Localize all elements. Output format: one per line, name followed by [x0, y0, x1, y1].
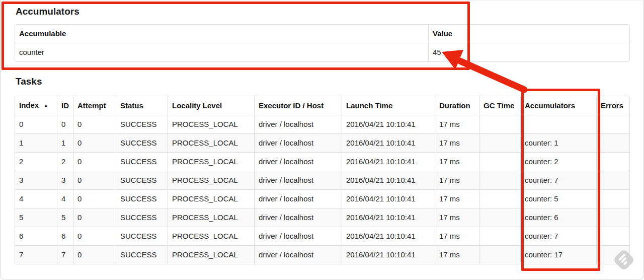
column-header-status[interactable]: Status [116, 96, 168, 115]
column-header-duration[interactable]: Duration [435, 96, 479, 115]
errors-cell [596, 227, 630, 245]
id-cell: 6 [57, 227, 73, 245]
accumulable-table: Accumulable Value counter 45 [15, 24, 630, 62]
watermark-icon [612, 248, 635, 271]
sort-ascending-icon: ▲ [43, 103, 48, 108]
index-cell: 3 [15, 171, 57, 189]
duration-cell: 17 ms [435, 189, 479, 208]
status-cell: SUCCESS [116, 245, 168, 264]
column-header-index[interactable]: Index▲ [15, 96, 57, 115]
id-cell: 2 [57, 152, 73, 171]
column-header-errors[interactable]: Errors [596, 96, 630, 115]
launch-time-cell: 2016/04/21 10:10:41 [342, 189, 435, 208]
errors-cell [596, 133, 630, 152]
errors-cell [596, 171, 630, 189]
duration-cell: 17 ms [435, 171, 479, 189]
accumulators-cell: counter: 5 [520, 189, 596, 208]
attempt-cell: 0 [73, 227, 116, 245]
accumulable-table-header-row: Accumulable Value [15, 25, 630, 43]
executor-id-host-cell: driver / localhost [254, 227, 342, 245]
index-cell: 4 [15, 189, 57, 208]
attempt-cell: 0 [73, 115, 116, 133]
column-header-id[interactable]: ID [57, 96, 73, 115]
accumulators-cell: counter: 7 [520, 227, 596, 245]
executor-id-host-cell: driver / localhost [254, 245, 342, 264]
launch-time-cell: 2016/04/21 10:10:41 [342, 208, 435, 227]
locality-level-cell: PROCESS_LOCAL [168, 171, 254, 189]
table-row: 5 5 0 SUCCESS PROCESS_LOCAL driver / loc… [15, 208, 630, 227]
attempt-cell: 0 [73, 245, 116, 264]
duration-cell: 17 ms [435, 152, 479, 171]
launch-time-cell: 2016/04/21 10:10:41 [342, 133, 435, 152]
accumulators-cell: counter: 6 [520, 208, 596, 227]
column-header-launch-time[interactable]: Launch Time [342, 96, 435, 115]
gc-time-cell [479, 133, 520, 152]
id-cell: 0 [57, 115, 73, 133]
locality-level-cell: PROCESS_LOCAL [168, 189, 254, 208]
table-row: 1 1 0 SUCCESS PROCESS_LOCAL driver / loc… [15, 133, 630, 152]
column-header-accumulators[interactable]: Accumulators [520, 96, 596, 115]
column-header-locality-level[interactable]: Locality Level [168, 96, 254, 115]
accumulable-value-cell: 45 [428, 43, 630, 61]
errors-cell [596, 115, 630, 133]
locality-level-cell: PROCESS_LOCAL [168, 133, 254, 152]
locality-level-cell: PROCESS_LOCAL [168, 245, 254, 264]
attempt-cell: 0 [73, 208, 116, 227]
duration-cell: 17 ms [435, 133, 479, 152]
executor-id-host-cell: driver / localhost [254, 208, 342, 227]
id-cell: 5 [57, 208, 73, 227]
tasks-section-title: Tasks [16, 76, 630, 87]
accumulators-cell: counter: 17 [520, 245, 596, 264]
index-cell: 2 [15, 152, 57, 171]
id-cell: 1 [57, 133, 73, 152]
column-header-accumulable[interactable]: Accumulable [15, 25, 428, 43]
errors-cell [596, 208, 630, 227]
index-header-label: Index [19, 101, 39, 109]
gc-time-cell [479, 227, 520, 245]
index-cell: 1 [15, 133, 57, 152]
status-cell: SUCCESS [116, 189, 168, 208]
column-header-value[interactable]: Value [428, 25, 630, 43]
index-cell: 6 [15, 227, 57, 245]
duration-cell: 17 ms [435, 115, 479, 133]
table-row: counter 45 [15, 43, 630, 61]
table-row: 2 2 0 SUCCESS PROCESS_LOCAL driver / loc… [15, 152, 630, 171]
column-header-gc-time[interactable]: GC Time [479, 96, 520, 115]
locality-level-cell: PROCESS_LOCAL [168, 115, 254, 133]
table-row: 6 6 0 SUCCESS PROCESS_LOCAL driver / loc… [15, 227, 630, 245]
table-row: 3 3 0 SUCCESS PROCESS_LOCAL driver / loc… [15, 171, 630, 189]
index-cell: 7 [15, 245, 57, 264]
id-cell: 7 [57, 245, 73, 264]
duration-cell: 17 ms [435, 245, 479, 264]
errors-cell [596, 189, 630, 208]
status-cell: SUCCESS [116, 152, 168, 171]
accumulators-cell: counter: 2 [520, 152, 596, 171]
column-header-attempt[interactable]: Attempt [73, 96, 116, 115]
gc-time-cell [479, 152, 520, 171]
executor-id-host-cell: driver / localhost [254, 115, 342, 133]
table-row: 4 4 0 SUCCESS PROCESS_LOCAL driver / loc… [15, 189, 630, 208]
gc-time-cell [479, 245, 520, 264]
column-header-executor-id-host[interactable]: Executor ID / Host [254, 96, 342, 115]
accumulators-cell: counter: 1 [520, 133, 596, 152]
index-cell: 0 [15, 115, 57, 133]
executor-id-host-cell: driver / localhost [254, 171, 342, 189]
index-cell: 5 [15, 208, 57, 227]
status-cell: SUCCESS [116, 133, 168, 152]
gc-time-cell [479, 208, 520, 227]
accumulators-cell [520, 115, 596, 133]
attempt-cell: 0 [73, 133, 116, 152]
locality-level-cell: PROCESS_LOCAL [168, 227, 254, 245]
executor-id-host-cell: driver / localhost [254, 133, 342, 152]
tasks-table: Index▲ ID Attempt Status Locality Level … [15, 96, 630, 264]
table-row: 0 0 0 SUCCESS PROCESS_LOCAL driver / loc… [15, 115, 630, 133]
gc-time-cell [479, 171, 520, 189]
page-content: Accumulators Accumulable Value counter 4… [15, 1, 630, 264]
launch-time-cell: 2016/04/21 10:10:41 [342, 245, 435, 264]
accumulators-cell: counter: 7 [520, 171, 596, 189]
launch-time-cell: 2016/04/21 10:10:41 [342, 115, 435, 133]
launch-time-cell: 2016/04/21 10:10:41 [342, 171, 435, 189]
locality-level-cell: PROCESS_LOCAL [168, 208, 254, 227]
id-cell: 4 [57, 189, 73, 208]
gc-time-cell [479, 115, 520, 133]
